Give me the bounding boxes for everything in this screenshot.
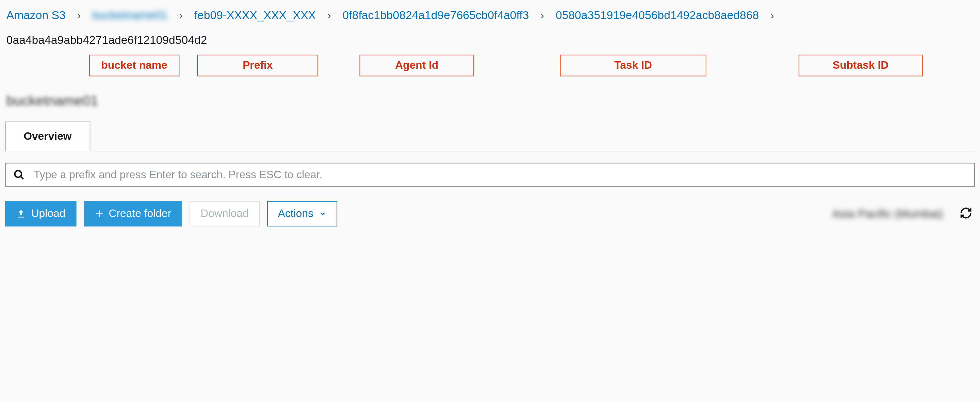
- annotation-bucket: bucket name: [89, 55, 179, 76]
- breadcrumb-separator: ›: [77, 9, 81, 22]
- annotation-subtask: Subtask ID: [799, 55, 923, 76]
- svg-line-1: [21, 176, 23, 179]
- breadcrumb: Amazon S3 › bucketname01 › feb09-XXXX_XX…: [0, 0, 980, 51]
- upload-button[interactable]: Upload: [5, 201, 76, 227]
- tab-overview[interactable]: Overview: [5, 121, 90, 151]
- svg-point-0: [14, 171, 21, 178]
- search-bar[interactable]: [5, 163, 975, 187]
- plus-icon: [95, 209, 103, 218]
- create-folder-button[interactable]: Create folder: [84, 201, 182, 227]
- breadcrumb-subtask-id: 0aa4ba4a9abb4271ade6f12109d504d2: [6, 34, 207, 47]
- refresh-icon: [959, 207, 972, 219]
- toolbar: Upload Create folder Download Actions As…: [0, 201, 980, 238]
- breadcrumb-separator: ›: [770, 9, 774, 22]
- page-title: bucketname01: [6, 93, 980, 110]
- breadcrumb-separator: ›: [327, 9, 331, 22]
- annotation-prefix: Prefix: [197, 55, 318, 76]
- breadcrumb-root[interactable]: Amazon S3: [6, 9, 66, 22]
- annotation-task: Task ID: [560, 55, 706, 76]
- breadcrumb-prefix[interactable]: feb09-XXXX_XXX_XXX: [194, 9, 316, 22]
- breadcrumb-separator: ›: [540, 9, 544, 22]
- annotation-agent: Agent Id: [360, 55, 474, 76]
- annotation-row: bucket name Prefix Agent Id Task ID Subt…: [0, 55, 980, 87]
- object-table: Viewing 1 to 4 Name ▼ Last modified ▼ Si…: [0, 238, 980, 238]
- region-label: Asia Pacific (Mumbai): [832, 207, 943, 220]
- tabs: Overview: [5, 121, 975, 151]
- actions-button[interactable]: Actions: [267, 201, 337, 227]
- breadcrumb-separator: ›: [179, 9, 183, 22]
- breadcrumb-agent-id[interactable]: 0f8fac1bb0824a1d9e7665cb0f4a0ff3: [343, 9, 529, 22]
- search-icon: [13, 169, 25, 181]
- search-input[interactable]: [34, 169, 966, 181]
- breadcrumb-bucket[interactable]: bucketname01: [92, 9, 167, 22]
- breadcrumb-task-id[interactable]: 0580a351919e4056bd1492acb8aed868: [556, 9, 759, 22]
- download-button: Download: [190, 201, 259, 227]
- upload-icon: [16, 208, 26, 219]
- refresh-button[interactable]: [957, 204, 975, 224]
- chevron-down-icon: [318, 210, 326, 217]
